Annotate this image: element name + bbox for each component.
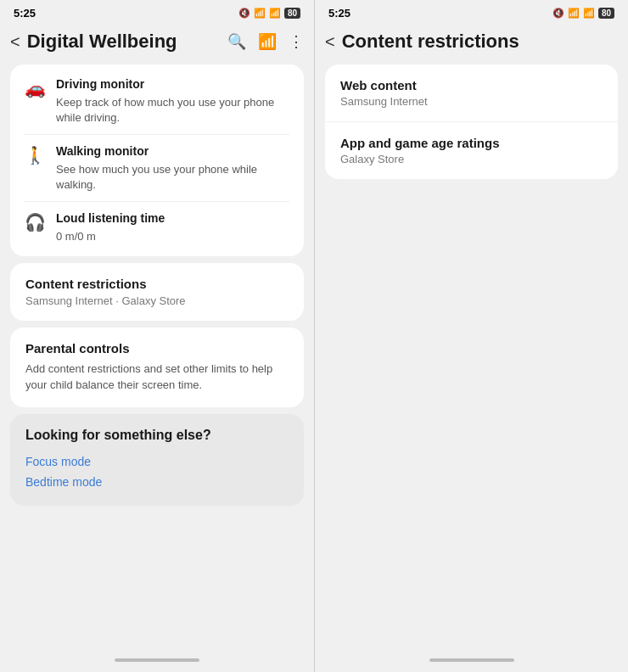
right-status-time: 5:25 (328, 7, 350, 20)
right-back-button[interactable]: < (325, 32, 335, 52)
web-content-item[interactable]: Web content Samsung Internet (325, 64, 618, 122)
driving-monitor-title: Driving monitor (56, 76, 290, 93)
mute-icon: 🔇 (238, 8, 250, 19)
left-indicator-bar (115, 658, 199, 662)
listening-icon: 🎧 (24, 212, 46, 232)
content-restrictions-subtitle: Samsung Internet · Galaxy Store (25, 294, 289, 307)
web-content-subtitle: Samsung Internet (340, 95, 603, 108)
right-page-title: Content restrictions (342, 31, 618, 53)
header-icons: 🔍 📶 ⋮ (227, 32, 304, 51)
left-status-time: 5:25 (14, 7, 36, 20)
search-icon[interactable]: 🔍 (227, 32, 246, 51)
focus-mode-link[interactable]: Focus mode (25, 451, 289, 472)
loud-listening-title: Loud listening time (56, 210, 165, 227)
right-signal-icon: 📶 (583, 8, 595, 19)
app-age-ratings-subtitle: Galaxy Store (340, 153, 603, 165)
wifi-icon: 📶 (254, 8, 266, 19)
signal-icon: 📶 (269, 8, 281, 19)
parental-controls-card[interactable]: Parental controls Add content restrictio… (10, 328, 304, 407)
right-status-bar: 5:25 🔇 📶 📶 80 (315, 0, 628, 24)
bedtime-mode-link[interactable]: Bedtime mode (25, 472, 289, 492)
content-restrictions-title: Content restrictions (25, 277, 289, 291)
right-status-icons: 🔇 📶 📶 80 (552, 8, 614, 19)
left-status-bar: 5:25 🔇 📶 📶 80 (0, 0, 314, 24)
right-battery-badge: 80 (598, 8, 614, 19)
app-age-ratings-item[interactable]: App and game age ratings Galaxy Store (325, 122, 618, 179)
walking-monitor-title: Walking monitor (56, 143, 290, 160)
walking-icon: 🚶 (24, 145, 46, 165)
left-status-icons: 🔇 📶 📶 80 (238, 8, 300, 19)
driving-monitor-desc: Keep track of how much you use your phon… (56, 95, 290, 126)
web-content-title: Web content (340, 78, 603, 92)
right-bottom-indicator (315, 648, 628, 672)
left-content: 🚗 Driving monitor Keep track of how much… (0, 61, 314, 648)
walking-monitor-desc: See how much you use your phone while wa… (56, 162, 290, 193)
monitors-card: 🚗 Driving monitor Keep track of how much… (10, 64, 304, 256)
back-button[interactable]: < (10, 32, 20, 52)
looking-for-title: Looking for something else? (25, 428, 289, 443)
driving-icon: 🚗 (24, 78, 46, 98)
right-mute-icon: 🔇 (552, 8, 564, 19)
loud-listening-text: Loud listening time 0 m/0 m (56, 210, 165, 244)
parental-controls-desc: Add content restrictions and set other l… (25, 361, 289, 394)
battery-badge: 80 (284, 8, 300, 19)
page-title: Digital Wellbeing (27, 31, 221, 53)
right-wifi-icon: 📶 (568, 8, 580, 19)
parental-controls-title: Parental controls (25, 341, 289, 356)
walking-monitor-text: Walking monitor See how much you use you… (56, 143, 290, 193)
content-items-card: Web content Samsung Internet App and gam… (325, 64, 618, 179)
left-bottom-indicator (0, 648, 314, 672)
looking-for-card: Looking for something else? Focus mode B… (10, 414, 304, 506)
left-header: < Digital Wellbeing 🔍 📶 ⋮ (0, 24, 314, 61)
chart-icon[interactable]: 📶 (258, 32, 277, 51)
driving-monitor-item[interactable]: 🚗 Driving monitor Keep track of how much… (24, 76, 290, 135)
loud-listening-desc: 0 m/0 m (56, 229, 165, 244)
right-panel: 5:25 🔇 📶 📶 80 < Content restrictions Web… (314, 0, 628, 672)
loud-listening-item[interactable]: 🎧 Loud listening time 0 m/0 m (24, 202, 290, 244)
walking-monitor-item[interactable]: 🚶 Walking monitor See how much you use y… (24, 135, 290, 202)
left-panel: 5:25 🔇 📶 📶 80 < Digital Wellbeing 🔍 📶 ⋮ … (0, 0, 314, 672)
right-indicator-bar (429, 658, 514, 662)
driving-monitor-text: Driving monitor Keep track of how much y… (56, 76, 290, 126)
content-restrictions-card[interactable]: Content restrictions Samsung Internet · … (10, 263, 304, 321)
more-icon[interactable]: ⋮ (289, 32, 304, 51)
app-age-ratings-title: App and game age ratings (340, 136, 603, 150)
right-header: < Content restrictions (315, 24, 628, 61)
right-content: Web content Samsung Internet App and gam… (315, 61, 628, 648)
